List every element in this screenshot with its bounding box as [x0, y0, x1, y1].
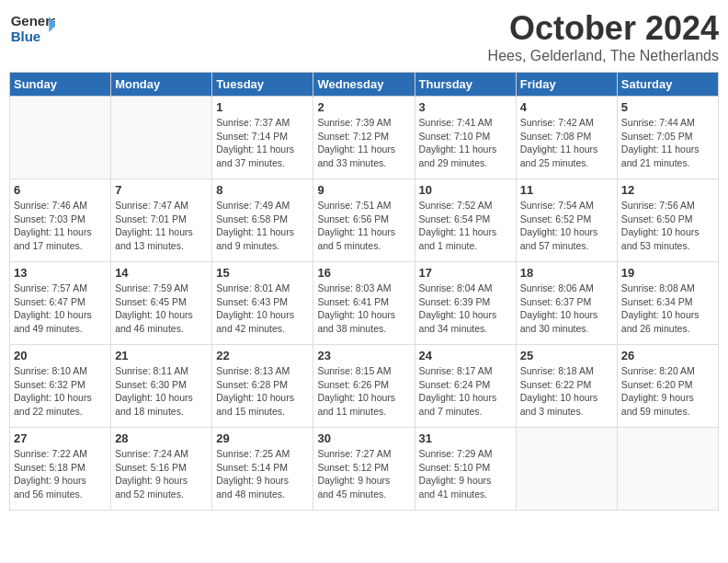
day-info: Sunrise: 7:27 AM Sunset: 5:12 PM Dayligh… [317, 447, 410, 501]
day-number: 27 [14, 431, 107, 445]
calendar-cell: 30Sunrise: 7:27 AM Sunset: 5:12 PM Dayli… [313, 428, 415, 511]
calendar-cell: 1Sunrise: 7:37 AM Sunset: 7:14 PM Daylig… [212, 97, 313, 179]
day-info: Sunrise: 8:20 AM Sunset: 6:20 PM Dayligh… [621, 364, 714, 419]
calendar-cell: 25Sunrise: 8:18 AM Sunset: 6:22 PM Dayli… [516, 345, 617, 428]
calendar-cell: 6Sunrise: 7:46 AM Sunset: 7:03 PM Daylig… [10, 179, 111, 262]
day-info: Sunrise: 7:59 AM Sunset: 6:45 PM Dayligh… [115, 282, 208, 336]
week-row-1: 1Sunrise: 7:37 AM Sunset: 7:14 PM Daylig… [10, 97, 719, 179]
calendar-cell: 24Sunrise: 8:17 AM Sunset: 6:24 PM Dayli… [415, 345, 516, 428]
day-number: 16 [317, 266, 410, 280]
week-row-4: 20Sunrise: 8:10 AM Sunset: 6:32 PM Dayli… [10, 345, 719, 428]
calendar-cell: 15Sunrise: 8:01 AM Sunset: 6:43 PM Dayli… [212, 262, 313, 345]
calendar-cell: 16Sunrise: 8:03 AM Sunset: 6:41 PM Dayli… [313, 262, 415, 345]
location-title: Hees, Gelderland, The Netherlands [488, 48, 719, 64]
weekday-header-row: SundayMondayTuesdayWednesdayThursdayFrid… [10, 73, 719, 97]
day-info: Sunrise: 7:41 AM Sunset: 7:10 PM Dayligh… [419, 116, 512, 170]
calendar-cell: 4Sunrise: 7:42 AM Sunset: 7:08 PM Daylig… [516, 97, 617, 179]
calendar-cell: 10Sunrise: 7:52 AM Sunset: 6:54 PM Dayli… [415, 179, 516, 262]
day-number: 13 [14, 266, 107, 280]
day-number: 22 [216, 349, 309, 362]
calendar-cell: 23Sunrise: 8:15 AM Sunset: 6:26 PM Dayli… [313, 345, 415, 428]
calendar-cell: 3Sunrise: 7:41 AM Sunset: 7:10 PM Daylig… [415, 97, 516, 179]
day-info: Sunrise: 7:47 AM Sunset: 7:01 PM Dayligh… [115, 199, 208, 253]
day-number: 14 [115, 266, 208, 280]
calendar-cell: 11Sunrise: 7:54 AM Sunset: 6:52 PM Dayli… [516, 179, 617, 262]
day-info: Sunrise: 7:56 AM Sunset: 6:50 PM Dayligh… [621, 199, 714, 253]
calendar-cell [10, 97, 111, 179]
day-info: Sunrise: 7:29 AM Sunset: 5:10 PM Dayligh… [419, 447, 512, 501]
calendar-cell: 20Sunrise: 8:10 AM Sunset: 6:32 PM Dayli… [10, 345, 111, 428]
day-info: Sunrise: 8:18 AM Sunset: 6:22 PM Dayligh… [520, 364, 613, 419]
day-info: Sunrise: 8:03 AM Sunset: 6:41 PM Dayligh… [317, 282, 410, 336]
weekday-header-thursday: Thursday [415, 73, 516, 97]
day-number: 21 [115, 349, 208, 362]
day-number: 25 [520, 349, 613, 362]
calendar-cell [617, 428, 718, 511]
calendar-cell: 29Sunrise: 7:25 AM Sunset: 5:14 PM Dayli… [212, 428, 313, 511]
calendar-table: SundayMondayTuesdayWednesdayThursdayFrid… [9, 72, 719, 511]
day-number: 19 [621, 266, 714, 280]
calendar-cell [516, 428, 617, 511]
calendar-cell: 14Sunrise: 7:59 AM Sunset: 6:45 PM Dayli… [111, 262, 212, 345]
calendar-cell: 5Sunrise: 7:44 AM Sunset: 7:05 PM Daylig… [617, 97, 718, 179]
calendar-cell [111, 97, 212, 179]
month-title: October 2024 [488, 9, 719, 48]
day-number: 20 [14, 349, 107, 362]
weekday-header-monday: Monday [111, 73, 212, 97]
day-info: Sunrise: 8:01 AM Sunset: 6:43 PM Dayligh… [216, 282, 309, 336]
calendar-cell: 13Sunrise: 7:57 AM Sunset: 6:47 PM Dayli… [10, 262, 111, 345]
day-info: Sunrise: 8:13 AM Sunset: 6:28 PM Dayligh… [216, 364, 309, 419]
calendar-cell: 9Sunrise: 7:51 AM Sunset: 6:56 PM Daylig… [313, 179, 415, 262]
day-number: 28 [115, 431, 208, 445]
day-info: Sunrise: 8:04 AM Sunset: 6:39 PM Dayligh… [419, 282, 512, 336]
day-info: Sunrise: 8:11 AM Sunset: 6:30 PM Dayligh… [115, 364, 208, 419]
svg-text:General: General [11, 13, 55, 29]
day-info: Sunrise: 7:46 AM Sunset: 7:03 PM Dayligh… [14, 199, 107, 253]
calendar-cell: 2Sunrise: 7:39 AM Sunset: 7:12 PM Daylig… [313, 97, 415, 179]
day-info: Sunrise: 7:39 AM Sunset: 7:12 PM Dayligh… [317, 116, 410, 170]
calendar-cell: 17Sunrise: 8:04 AM Sunset: 6:39 PM Dayli… [415, 262, 516, 345]
calendar-cell: 28Sunrise: 7:24 AM Sunset: 5:16 PM Dayli… [111, 428, 212, 511]
calendar-cell: 18Sunrise: 8:06 AM Sunset: 6:37 PM Dayli… [516, 262, 617, 345]
day-number: 31 [419, 431, 512, 445]
page-header: General Blue October 2024 Hees, Gelderla… [9, 9, 719, 64]
calendar-cell: 21Sunrise: 8:11 AM Sunset: 6:30 PM Dayli… [111, 345, 212, 428]
day-info: Sunrise: 7:57 AM Sunset: 6:47 PM Dayligh… [14, 282, 107, 336]
calendar-cell: 27Sunrise: 7:22 AM Sunset: 5:18 PM Dayli… [10, 428, 111, 511]
weekday-header-saturday: Saturday [617, 73, 718, 97]
day-info: Sunrise: 8:10 AM Sunset: 6:32 PM Dayligh… [14, 364, 107, 419]
week-row-3: 13Sunrise: 7:57 AM Sunset: 6:47 PM Dayli… [10, 262, 719, 345]
day-info: Sunrise: 8:15 AM Sunset: 6:26 PM Dayligh… [317, 364, 410, 419]
day-number: 17 [419, 266, 512, 280]
day-info: Sunrise: 7:42 AM Sunset: 7:08 PM Dayligh… [520, 116, 613, 170]
day-info: Sunrise: 8:17 AM Sunset: 6:24 PM Dayligh… [419, 364, 512, 419]
day-number: 9 [317, 183, 410, 197]
day-number: 12 [621, 183, 714, 197]
day-info: Sunrise: 7:44 AM Sunset: 7:05 PM Dayligh… [621, 116, 714, 170]
day-info: Sunrise: 7:49 AM Sunset: 6:58 PM Dayligh… [216, 199, 309, 253]
day-info: Sunrise: 7:22 AM Sunset: 5:18 PM Dayligh… [14, 447, 107, 501]
day-number: 30 [317, 431, 410, 445]
day-number: 2 [317, 100, 410, 114]
day-number: 7 [115, 183, 208, 197]
day-info: Sunrise: 7:24 AM Sunset: 5:16 PM Dayligh… [115, 447, 208, 501]
day-info: Sunrise: 7:52 AM Sunset: 6:54 PM Dayligh… [419, 199, 512, 253]
calendar-cell: 7Sunrise: 7:47 AM Sunset: 7:01 PM Daylig… [111, 179, 212, 262]
calendar-cell: 26Sunrise: 8:20 AM Sunset: 6:20 PM Dayli… [617, 345, 718, 428]
calendar-cell: 12Sunrise: 7:56 AM Sunset: 6:50 PM Dayli… [617, 179, 718, 262]
day-number: 6 [14, 183, 107, 197]
day-info: Sunrise: 7:54 AM Sunset: 6:52 PM Dayligh… [520, 199, 613, 253]
day-number: 1 [216, 100, 309, 114]
weekday-header-tuesday: Tuesday [212, 73, 313, 97]
calendar-cell: 8Sunrise: 7:49 AM Sunset: 6:58 PM Daylig… [212, 179, 313, 262]
day-info: Sunrise: 7:37 AM Sunset: 7:14 PM Dayligh… [216, 116, 309, 170]
day-number: 26 [621, 349, 714, 362]
day-number: 11 [520, 183, 613, 197]
title-area: October 2024 Hees, Gelderland, The Nethe… [488, 9, 719, 64]
day-info: Sunrise: 8:08 AM Sunset: 6:34 PM Dayligh… [621, 282, 714, 336]
weekday-header-wednesday: Wednesday [313, 73, 415, 97]
day-number: 5 [621, 100, 714, 114]
day-info: Sunrise: 7:25 AM Sunset: 5:14 PM Dayligh… [216, 447, 309, 501]
weekday-header-sunday: Sunday [10, 73, 111, 97]
week-row-2: 6Sunrise: 7:46 AM Sunset: 7:03 PM Daylig… [10, 179, 719, 262]
